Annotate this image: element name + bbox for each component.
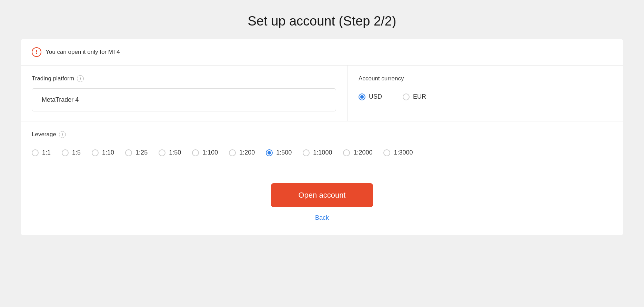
currency-usd-option[interactable]: USD [359,93,382,100]
currency-options: USD EUR [359,88,612,105]
trading-platform-value: MetaTrader 4 [32,88,336,111]
back-link[interactable]: Back [315,214,329,221]
leverage-1-25-radio[interactable] [125,149,132,156]
leverage-1-100[interactable]: 1:100 [192,149,218,156]
warning-text: You can open it only for MT4 [46,49,120,56]
leverage-section: Leverage i 1:1 1:5 1:10 1:25 1:50 [21,121,623,169]
leverage-info-icon[interactable]: i [59,131,66,138]
warning-icon: ! [32,47,41,57]
leverage-1-3000-radio[interactable] [383,149,390,156]
currency-eur-option[interactable]: EUR [403,93,426,100]
leverage-1-2000[interactable]: 1:2000 [343,149,372,156]
leverage-options: 1:1 1:5 1:10 1:25 1:50 1:100 [32,144,612,160]
platform-currency-row: Trading platform i MetaTrader 4 Account … [21,66,623,121]
leverage-1-200[interactable]: 1:200 [229,149,255,156]
leverage-1-1[interactable]: 1:1 [32,149,51,156]
page-title: Set up account (Step 2/2) [248,14,396,29]
actions-area: Open account Back [21,169,623,235]
leverage-1-500[interactable]: 1:500 [266,149,292,156]
leverage-1-2000-radio[interactable] [343,149,350,156]
leverage-1-1000[interactable]: 1:1000 [303,149,332,156]
leverage-1-25[interactable]: 1:25 [125,149,148,156]
main-card: ! You can open it only for MT4 Trading p… [21,39,623,235]
leverage-1-1000-radio[interactable] [303,149,310,156]
leverage-1-5-radio[interactable] [62,149,69,156]
open-account-button[interactable]: Open account [271,183,373,207]
trading-platform-label: Trading platform i [32,75,336,82]
leverage-1-100-radio[interactable] [192,149,199,156]
account-currency-section: Account currency USD EUR [348,66,623,121]
leverage-1-200-radio[interactable] [229,149,236,156]
warning-banner: ! You can open it only for MT4 [21,39,623,66]
leverage-1-3000[interactable]: 1:3000 [383,149,413,156]
leverage-label: Leverage i [32,131,612,138]
currency-usd-radio[interactable] [359,93,365,100]
trading-platform-info-icon[interactable]: i [77,75,84,82]
trading-platform-section: Trading platform i MetaTrader 4 [21,66,348,121]
leverage-1-50-radio[interactable] [159,149,165,156]
leverage-1-10-radio[interactable] [92,149,99,156]
account-currency-label: Account currency [359,75,612,82]
leverage-1-5[interactable]: 1:5 [62,149,81,156]
leverage-1-1-radio[interactable] [32,149,39,156]
leverage-1-50[interactable]: 1:50 [159,149,181,156]
leverage-1-500-radio[interactable] [266,149,273,156]
currency-eur-radio[interactable] [403,93,410,100]
leverage-1-10[interactable]: 1:10 [92,149,114,156]
